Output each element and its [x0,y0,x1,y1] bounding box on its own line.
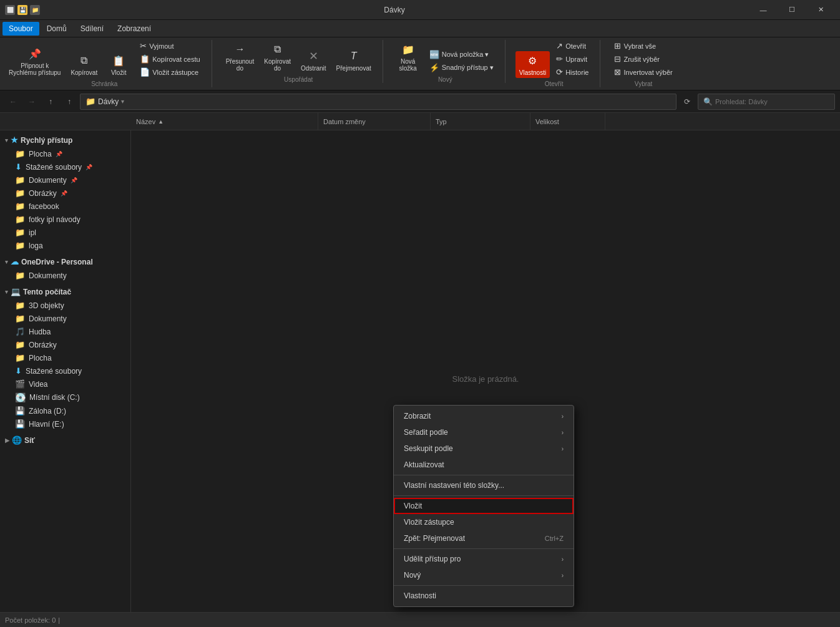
ribbon-group-otevrit: ⚙ Vlastnosti ↗ Otevřít ✏ Upravit ⟳ Histo… [515,40,601,87]
ribbon-btn-presunout[interactable]: → Přesunoutdo [222,40,258,74]
col-header-name[interactable]: Název ▲ [131,113,318,130]
back-button[interactable]: ← [5,94,21,110]
ctx-item-vlozit-zastupce[interactable]: Vložit zástupce [394,514,574,530]
ribbon-btn-vlozit[interactable]: 📋 Vložit [104,51,134,78]
ribbon-label-novy: Nový [438,76,452,83]
col-header-date[interactable]: Datum změny [318,113,431,130]
ribbon-btn-vybrat-vse[interactable]: ⊞ Vybrat vše [610,40,676,52]
new-folder-icon: 📁 [401,42,416,57]
address-path: Dávky [98,97,119,106]
recent-locations-button[interactable]: ↑ [61,94,77,110]
sidebar-item-disk-e[interactable]: 💾 Hlavní (E:) [0,417,130,430]
sidebar-item-ipl[interactable]: 📁 ipl [0,226,130,239]
ctx-item-vlozit[interactable]: Vložit [394,498,574,514]
ribbon-btn-odstranit[interactable]: ✕ Odstranit [297,47,330,74]
ribbon-btn-nova-polozka[interactable]: 🆕 Nová položka ▾ [426,49,497,61]
sidebar-item-videa[interactable]: 🎬 Videa [0,377,130,391]
sidebar-network-label: Síť [24,436,35,445]
title-icon-2: 💾 [17,5,27,15]
menu-sdileni[interactable]: Sdílení [74,22,110,36]
sidebar-item-plocha[interactable]: 📁 Plocha 📌 [0,147,130,160]
sidebar-item-label: Plocha [29,354,52,362]
sidebar-item-od-dokumenty[interactable]: 📁 Dokumenty [0,269,130,282]
ctx-item-zpet-prejmenovat[interactable]: Zpět: Přejmenovat Ctrl+Z [394,530,574,547]
forward-button[interactable]: → [24,94,40,110]
ribbon-btn-kopirovat[interactable]: ⧉ Kopírovat [67,51,101,78]
ctx-item-seskupit[interactable]: Seskupit podle › [394,440,574,457]
context-menu: Zobrazit › Seřadit podle › Seskupit podl… [393,405,574,607]
col-header-type[interactable]: Typ [431,113,530,130]
ribbon-btn-otevrit[interactable]: ↗ Otevřít [552,40,592,52]
search-icon: 🔍 [703,97,713,106]
address-box[interactable]: 📁 Dávky ▾ [80,94,676,110]
ribbon-btn-pripnout[interactable]: 📌 Připnout kRychlému přístupu [5,44,64,78]
empty-folder-message: Složka je prázdná. [452,374,519,383]
ctx-item-vlastni-nastaveni[interactable]: Vlastní nastavení této složky... [394,477,574,493]
ribbon-btn-vyjmout[interactable]: ✂ Vyjmout [136,40,203,52]
ctx-item-seredit[interactable]: Seřadit podle › [394,424,574,440]
up-button[interactable]: ↑ [42,94,59,110]
ribbon-btn-prejmenovat[interactable]: T Přejmenovat [333,47,375,74]
ribbon-btn-vlozit-zastupce[interactable]: 📄 Vložit zástupce [136,66,203,78]
ctx-item-vlastnosti[interactable]: Vlastnosti [394,588,574,604]
ribbon-btn-nova-slozka[interactable]: 📁 Novásložka [393,40,423,74]
sidebar-item-pc-stazene[interactable]: ⬇ Stažené soubory [0,364,130,377]
sidebar-item-hudba[interactable]: 🎵 Hudba [0,325,130,338]
ribbon-btn-invertovat-vyber[interactable]: ⊠ Invertovat výběr [610,66,676,78]
menu-zobrazeni[interactable]: Zobrazení [111,22,157,36]
sidebar-item-facebook[interactable]: 📁 facebook [0,200,130,213]
maximize-button[interactable]: ☐ [778,0,806,20]
ribbon-btn-kopirovat-cestu[interactable]: 📋 Kopírovat cestu [136,53,203,65]
copy-icon: ⧉ [77,53,92,68]
sidebar-item-pc-obrazky[interactable]: 📁 Obrázky [0,338,130,351]
sidebar-quick-access-header[interactable]: ▾ ★ Rychlý přístup [0,133,130,147]
search-box[interactable]: 🔍 [698,94,835,110]
close-button[interactable]: ✕ [806,0,835,20]
sidebar-item-label: Videa [29,380,47,389]
sidebar-item-stazene[interactable]: ⬇ Stažené soubory 📌 [0,160,130,173]
ribbon-btn-vlastnosti[interactable]: ⚙ Vlastnosti [515,51,550,78]
ctx-item-novy[interactable]: Nový › [394,567,574,583]
ctx-separator-4 [394,585,574,586]
download-icon: ⬇ [15,366,22,376]
ribbon-buttons-schranka: 📌 Připnout kRychlému přístupu ⧉ Kopírova… [5,40,204,78]
sidebar-item-loga[interactable]: 📁 loga [0,239,130,252]
refresh-button[interactable]: ⟳ [679,94,695,110]
sidebar-item-label: Dokumenty [29,176,67,185]
ribbon-btn-historie[interactable]: ⟳ Historie [552,66,592,78]
ribbon-btn-upravit[interactable]: ✏ Upravit [552,53,592,65]
ctx-item-udelit-pristup[interactable]: Udělit přístup pro › [394,551,574,567]
search-input[interactable] [715,98,829,105]
sidebar-thispc-header[interactable]: ▾ 💻 Tento počítač [0,284,130,299]
sidebar-item-disk-d[interactable]: 💾 Záloha (D:) [0,404,130,417]
file-content-area[interactable]: Složka je prázdná. Zobrazit › Seřadit po… [131,130,840,626]
folder-icon: 📁 [15,215,25,224]
select-all-icon: ⊞ [614,41,621,51]
sidebar-item-fotky[interactable]: 📁 fotky ipl návody [0,213,130,226]
menu-domu[interactable]: Domů [41,22,73,36]
ribbon-btn-kopirovat-do[interactable]: ⧉ Kopírovatdo [260,40,295,74]
sidebar-item-3d[interactable]: 📁 3D objekty [0,299,130,312]
sidebar-item-pc-dokumenty[interactable]: 📁 Dokumenty [0,312,130,325]
col-header-size[interactable]: Velikost [530,113,605,130]
sidebar-item-dokumenty[interactable]: 📁 Dokumenty 📌 [0,173,130,187]
sidebar-item-pc-plocha[interactable]: 📁 Plocha [0,351,130,364]
menu-soubor[interactable]: Soubor [2,22,39,36]
sidebar-network-header[interactable]: ▶ 🌐 Síť [0,433,130,447]
titlebar: ⬜ 💾 📁 Dávky — ☐ ✕ [0,0,840,20]
ctx-item-zobrazit[interactable]: Zobrazit › [394,408,574,424]
ribbon: 📌 Připnout kRychlému přístupu ⧉ Kopírova… [0,37,840,90]
star-icon: ★ [11,135,18,145]
minimize-button[interactable]: — [749,0,778,20]
sidebar-item-disk-c[interactable]: 💽 Místní disk (C:) [0,391,130,404]
ctx-item-aktualizovat[interactable]: Aktualizovat [394,457,574,473]
cloud-icon: ☁ [11,257,19,266]
move-icon: → [232,42,247,57]
ribbon-btn-zrusit-vyber[interactable]: ⊟ Zrušit výběr [610,53,676,65]
ribbon-btn-snadny-pristup[interactable]: ⚡ Snadný přístup ▾ [426,62,497,74]
column-headers: Název ▲ Datum změny Typ Velikost [0,113,840,130]
ribbon-group-vybrat: ⊞ Vybrat vše ⊟ Zrušit výběr ⊠ Invertovat… [610,40,683,87]
sidebar-item-obrazky[interactable]: 📁 Obrázky 📌 [0,187,130,200]
chevron-down-icon: ▾ [5,259,8,265]
sidebar-onedrive-header[interactable]: ▾ ☁ OneDrive - Personal [0,255,130,269]
